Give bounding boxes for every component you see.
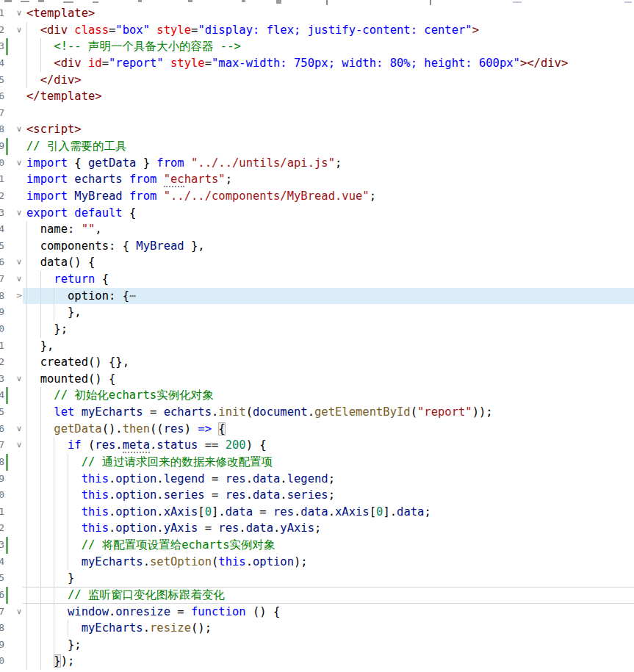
code-line[interactable]: 25let myEcharts = echarts.init(document.… xyxy=(0,404,634,421)
code-line[interactable]: 19}, xyxy=(0,304,634,321)
line-number[interactable]: 2 xyxy=(0,22,4,39)
line-number[interactable]: 25 xyxy=(0,404,4,421)
line-number[interactable]: 33 xyxy=(0,537,4,554)
line-number[interactable]: 19 xyxy=(0,304,4,321)
line-number[interactable]: 9 xyxy=(0,138,4,155)
code-line[interactable]: 15components: { MyBread }, xyxy=(0,238,634,255)
fold-collapse-icon[interactable]: ∨ xyxy=(13,604,25,621)
line-number[interactable]: 27 xyxy=(0,437,4,454)
folded-code-ellipsis[interactable]: ⋯ xyxy=(129,289,136,303)
line-number[interactable]: 29 xyxy=(0,471,4,488)
fold-expand-icon[interactable]: > xyxy=(13,288,25,305)
line-number[interactable]: 3 xyxy=(0,38,4,55)
line-number[interactable]: 4 xyxy=(0,55,4,72)
line-number[interactable]: 10 xyxy=(0,155,4,172)
code-line[interactable]: 28// 通过请求回来的数据来修改配置项 xyxy=(0,454,634,471)
line-number[interactable]: 35 xyxy=(0,570,4,587)
line-number[interactable]: 6 xyxy=(0,88,4,105)
code-line[interactable]: 30this.option.series = res.data.series; xyxy=(0,487,634,504)
code-line[interactable]: 27∨if (res.meta.status == 200) { xyxy=(0,437,634,454)
line-number[interactable]: 37 xyxy=(0,604,4,621)
code-line[interactable]: 29this.option.legend = res.data.legend; xyxy=(0,471,634,488)
line-number[interactable]: 28 xyxy=(0,454,4,471)
line-number[interactable]: 15 xyxy=(0,238,4,255)
code-line[interactable]: 12import MyBread from "../../components/… xyxy=(0,188,634,205)
git-added-indicator[interactable] xyxy=(6,38,8,55)
line-number[interactable]: 26 xyxy=(0,421,4,438)
fold-collapse-icon[interactable]: ∨ xyxy=(13,371,25,388)
line-number[interactable]: 11 xyxy=(0,171,4,188)
code-line[interactable]: 40}); xyxy=(0,653,634,670)
code-line[interactable]: 32this.option.yAxis = res.data.yAxis; xyxy=(0,520,634,537)
fold-collapse-icon[interactable]: ∨ xyxy=(13,205,25,222)
code-line[interactable]: 26∨getData().then((res) => { xyxy=(0,421,634,438)
code-line[interactable]: 23∨mounted() { xyxy=(0,371,634,388)
code-line[interactable]: 1∨<template> xyxy=(0,5,634,22)
code-line[interactable]: 8∨<script> xyxy=(0,121,634,138)
fold-collapse-icon[interactable]: ∨ xyxy=(13,5,25,22)
code-line[interactable]: 37∨window.onresize = function () { xyxy=(0,604,634,621)
line-number[interactable]: 14 xyxy=(0,221,4,238)
git-added-indicator[interactable] xyxy=(6,587,8,604)
line-number[interactable]: 32 xyxy=(0,520,4,537)
code-line[interactable]: 31this.option.xAxis[0].data = res.data.x… xyxy=(0,504,634,521)
fold-collapse-icon[interactable]: ∨ xyxy=(13,121,25,138)
line-number[interactable]: 21 xyxy=(0,338,4,355)
code-line[interactable]: 34myEcharts.setOption(this.option); xyxy=(0,554,634,571)
line-number[interactable]: 8 xyxy=(0,121,4,138)
line-number[interactable]: 23 xyxy=(0,371,4,388)
code-line[interactable]: 39}; xyxy=(0,637,634,654)
line-number[interactable]: 16 xyxy=(0,254,4,271)
git-added-indicator[interactable] xyxy=(6,138,8,155)
git-added-indicator[interactable] xyxy=(6,537,8,554)
fold-collapse-icon[interactable]: ∨ xyxy=(13,22,25,39)
line-number[interactable]: 22 xyxy=(0,354,4,371)
code-editor[interactable]: 1∨<template>2∨<div class="box" style="di… xyxy=(0,5,634,670)
fold-collapse-icon[interactable]: ∨ xyxy=(13,421,25,438)
line-number[interactable]: 7 xyxy=(0,105,4,122)
code-line[interactable]: 5</div> xyxy=(0,72,634,89)
code-line[interactable]: 11import echarts from "echarts"; xyxy=(0,171,634,188)
code-line[interactable]: 16∨data() { xyxy=(0,254,634,271)
code-line[interactable]: 21}, xyxy=(0,338,634,355)
line-number[interactable]: 30 xyxy=(0,487,4,504)
fold-collapse-icon[interactable]: ∨ xyxy=(13,271,25,288)
code-line[interactable]: 20}; xyxy=(0,321,634,338)
line-number[interactable]: 1 xyxy=(0,5,4,22)
git-added-indicator[interactable] xyxy=(6,387,8,404)
line-number[interactable]: 31 xyxy=(0,504,4,521)
code-line[interactable]: 13∨export default { xyxy=(0,205,634,222)
line-number[interactable]: 20 xyxy=(0,321,4,338)
line-number[interactable]: 24 xyxy=(0,387,4,404)
fold-collapse-icon[interactable]: ∨ xyxy=(13,254,25,271)
code-line[interactable]: 14name: "", xyxy=(0,221,634,238)
line-number[interactable]: 34 xyxy=(0,554,4,571)
git-added-indicator[interactable] xyxy=(6,454,8,471)
code-line[interactable]: 3<!-- 声明一个具备大小的容器 --> xyxy=(0,38,634,55)
code-line[interactable]: 24// 初始化echarts实例化对象 xyxy=(0,387,634,404)
code-line[interactable]: 22created() {}, xyxy=(0,354,634,371)
code-line[interactable]: 6</template> xyxy=(0,88,634,105)
fold-collapse-icon[interactable]: ∨ xyxy=(13,437,25,454)
line-number[interactable]: 38 xyxy=(0,620,4,637)
code-line[interactable]: 35} xyxy=(0,570,634,587)
line-number[interactable]: 5 xyxy=(0,72,4,89)
line-number[interactable]: 40 xyxy=(0,653,4,670)
code-line[interactable]: 9// 引入需要的工具 xyxy=(0,138,634,155)
code-line[interactable]: 38myEcharts.resize(); xyxy=(0,620,634,637)
line-number[interactable]: 36 xyxy=(0,587,4,604)
code-line[interactable]: 2∨<div class="box" style="display: flex;… xyxy=(0,22,634,39)
line-number[interactable]: 18 xyxy=(0,288,4,305)
line-number[interactable]: 12 xyxy=(0,188,4,205)
fold-collapse-icon[interactable]: ∨ xyxy=(13,155,25,172)
line-number[interactable]: 13 xyxy=(0,205,4,222)
code-line[interactable]: 18>option: {⋯ xyxy=(0,288,634,305)
line-number[interactable]: 17 xyxy=(0,271,4,288)
code-line[interactable]: 10∨import { getData } from "../../untils… xyxy=(0,155,634,172)
line-number[interactable]: 39 xyxy=(0,637,4,654)
code-line[interactable]: 4<div id="report" style="max-width: 750p… xyxy=(0,55,634,72)
code-line[interactable]: 36// 监听窗口变化图标跟着变化 xyxy=(0,587,634,604)
code-line[interactable]: 33// 将配置项设置给echarts实例对象 xyxy=(0,537,634,554)
code-line[interactable]: 17∨return { xyxy=(0,271,634,288)
code-line[interactable]: 7 xyxy=(0,105,634,122)
